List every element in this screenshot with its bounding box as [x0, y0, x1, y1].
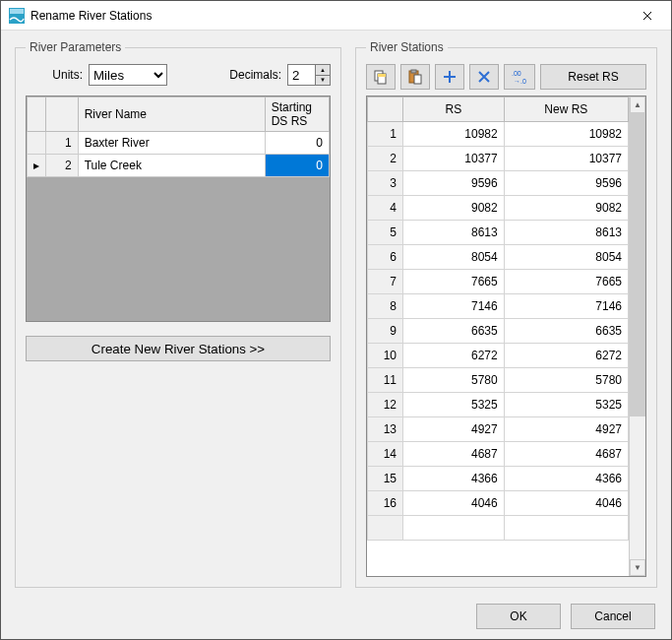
rs-cell[interactable]: 9596 [403, 171, 505, 196]
spinner-buttons[interactable]: ▲ ▼ [315, 64, 331, 86]
rs-cell[interactable]: 7146 [403, 294, 505, 319]
row-indicator: ▸ [28, 155, 46, 177]
starting-ds-cell[interactable]: 0 [265, 155, 329, 177]
vertical-scrollbar[interactable]: ▲ ▼ [629, 96, 645, 576]
add-button[interactable] [435, 64, 464, 90]
spinner-up-icon[interactable]: ▲ [316, 65, 330, 76]
rivers-grid[interactable]: River Name Starting DS RS 1Baxter River0… [26, 96, 331, 322]
rs-cell[interactable]: 4046 [403, 491, 505, 516]
river-name-cell[interactable]: Tule Creek [78, 155, 265, 177]
copy-icon [373, 69, 389, 85]
cancel-button[interactable]: Cancel [571, 604, 655, 629]
rs-cell[interactable]: 5325 [403, 393, 505, 417]
grid-corner [28, 97, 46, 132]
rs-cell[interactable]: 8054 [403, 245, 505, 270]
rs-rownum: 10 [368, 344, 403, 368]
rs-rownum-empty [368, 516, 403, 541]
decimals-spinner[interactable]: ▲ ▼ [287, 64, 331, 86]
rs-cell[interactable]: 4687 [403, 442, 505, 467]
svg-rect-1 [10, 9, 24, 14]
app-icon [9, 8, 25, 24]
rs-cell[interactable]: 10982 [403, 122, 505, 147]
decimals-label: Decimals: [173, 68, 281, 82]
decimals-icon: .00→.0 [511, 69, 528, 85]
rs-rownum: 12 [368, 393, 403, 417]
rs-rownum: 16 [368, 491, 403, 516]
new-rs-cell[interactable]: 10377 [504, 147, 628, 171]
new-rs-cell[interactable]: 5780 [504, 368, 628, 393]
new-rs-cell[interactable]: 4046 [504, 491, 628, 516]
paste-button[interactable] [400, 64, 430, 90]
row-indicator [28, 132, 46, 155]
new-rs-cell[interactable]: 9082 [504, 196, 628, 221]
svg-rect-4 [378, 74, 386, 77]
new-rs-cell[interactable]: 6635 [504, 319, 628, 344]
new-rs-cell[interactable]: 9596 [504, 171, 628, 196]
scroll-track[interactable] [630, 113, 645, 559]
rs-cell[interactable]: 4927 [403, 417, 505, 442]
rs-cell[interactable]: 5780 [403, 368, 505, 393]
ok-button[interactable]: OK [476, 604, 561, 629]
new-rs-cell[interactable]: 8054 [504, 245, 628, 270]
col-rs[interactable]: RS [403, 97, 505, 122]
new-rs-cell[interactable]: 6272 [504, 344, 628, 368]
new-rs-cell[interactable]: 7146 [504, 294, 628, 319]
rs-cell[interactable]: 7665 [403, 270, 505, 294]
scroll-down-icon[interactable]: ▼ [630, 559, 645, 576]
river-stations-legend: River Stations [366, 40, 448, 54]
plus-icon [443, 70, 457, 84]
dialog-footer: OK Cancel [1, 594, 671, 639]
scroll-thumb[interactable] [630, 113, 645, 416]
row-number: 1 [46, 132, 79, 155]
river-name-cell[interactable]: Baxter River [78, 132, 265, 155]
new-rs-cell[interactable]: 4927 [504, 417, 628, 442]
rs-rownum: 15 [368, 467, 403, 491]
decimals-button[interactable]: .00→.0 [504, 64, 535, 90]
titlebar: Rename River Stations [1, 1, 671, 31]
grid-rownum-head [46, 97, 79, 132]
rs-rownum: 5 [368, 221, 403, 245]
rs-cell[interactable]: 8613 [403, 221, 505, 245]
paste-icon [407, 69, 423, 85]
new-rs-cell[interactable]: 4366 [504, 467, 628, 491]
units-label: Units: [26, 68, 83, 82]
col-river-name[interactable]: River Name [78, 97, 265, 132]
decimals-input[interactable] [287, 64, 315, 86]
new-rs-cell[interactable]: 8613 [504, 221, 628, 245]
rs-cell[interactable]: 4366 [403, 467, 505, 491]
new-rs-cell[interactable]: 7665 [504, 270, 628, 294]
rs-rownum: 7 [368, 270, 403, 294]
new-rs-cell[interactable]: 10982 [504, 122, 628, 147]
reset-rs-button[interactable]: Reset RS [540, 64, 646, 90]
scroll-up-icon[interactable]: ▲ [630, 96, 645, 113]
rs-rownum: 8 [368, 294, 403, 319]
river-stations-group: River Stations .00→.0 Reset RS [355, 40, 657, 588]
rs-rownum-head [368, 97, 403, 122]
new-rs-cell[interactable]: 4687 [504, 442, 628, 467]
col-starting-ds[interactable]: Starting DS RS [265, 97, 329, 132]
rs-cell[interactable]: 9082 [403, 196, 505, 221]
delete-button[interactable] [469, 64, 499, 90]
svg-rect-6 [411, 70, 416, 73]
close-button[interactable] [626, 2, 669, 30]
rs-cell[interactable]: 6635 [403, 319, 505, 344]
create-new-rs-button[interactable]: Create New River Stations >> [26, 336, 331, 361]
spinner-down-icon[interactable]: ▼ [316, 76, 330, 86]
close-icon [642, 11, 652, 21]
window-title: Rename River Stations [31, 9, 626, 23]
rs-grid[interactable]: RS New RS 110982109822103771037739596959… [366, 96, 646, 577]
svg-rect-7 [414, 75, 421, 84]
dialog-body: River Parameters Units: Miles Decimals: … [1, 31, 671, 594]
dialog-window: Rename River Stations River Parameters U… [0, 0, 672, 640]
col-new-rs[interactable]: New RS [504, 97, 628, 122]
rs-rownum: 3 [368, 171, 403, 196]
rs-rownum: 2 [368, 147, 403, 171]
rs-rownum: 13 [368, 417, 403, 442]
new-rs-cell[interactable]: 5325 [504, 393, 628, 417]
starting-ds-cell[interactable]: 0 [265, 132, 329, 155]
rs-cell[interactable]: 6272 [403, 344, 505, 368]
params-row: Units: Miles Decimals: ▲ ▼ [26, 64, 331, 86]
rs-cell[interactable]: 10377 [403, 147, 505, 171]
copy-button[interactable] [366, 64, 396, 90]
units-select[interactable]: Miles [89, 64, 167, 86]
